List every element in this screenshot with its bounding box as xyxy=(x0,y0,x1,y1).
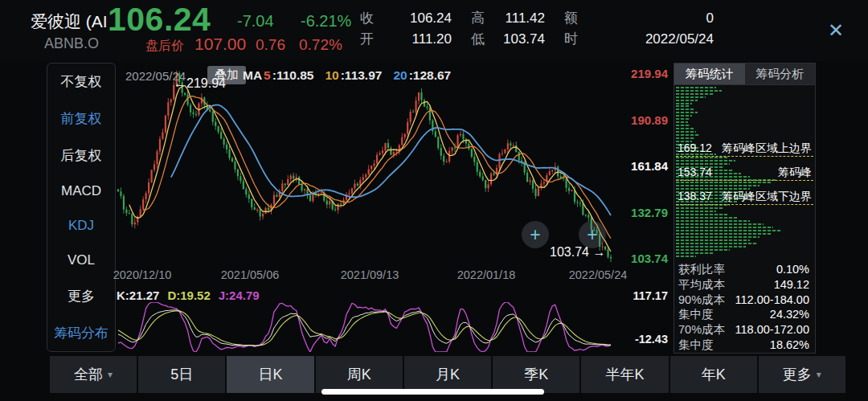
quote-label: 收 xyxy=(360,8,374,29)
chip-stat-row: 集中度24.32% xyxy=(678,307,809,322)
chip-stat-label: 集中度 xyxy=(678,338,714,353)
chip-stat-value: 112.00-184.00 xyxy=(735,293,809,308)
period-button-日K[interactable]: 日K xyxy=(227,356,313,393)
period-button-全部[interactable]: 全部▾ xyxy=(50,356,137,393)
stock-title: 爱彼迎 (AIRBN xyxy=(31,10,108,33)
chip-stat-label: 获利比率 xyxy=(678,262,725,277)
chip-stat-value: 18.62% xyxy=(770,338,809,353)
chip-bar xyxy=(676,128,694,129)
quote-value: 2022/05/24 xyxy=(645,29,714,50)
period-button-周K[interactable]: 周K xyxy=(316,356,403,393)
chip-tab-筹码分析[interactable]: 筹码分析 xyxy=(745,63,816,84)
ma-value-5: :110.85 xyxy=(272,68,314,82)
period-bar: 全部▾5日日K周K月K季K半年K年K更多▾ xyxy=(0,356,868,393)
sidebar-item-不复权[interactable]: 不复权 xyxy=(61,72,102,91)
kdj-legend-item: K:21.27 xyxy=(117,288,159,302)
chip-bar xyxy=(676,160,735,162)
chip-bar xyxy=(676,93,714,95)
period-button-label: 日K xyxy=(259,365,283,384)
close-icon[interactable]: ✕ xyxy=(828,19,844,42)
sidebar-item-后复权[interactable]: 后复权 xyxy=(61,146,102,165)
chip-stat-value: 0.10% xyxy=(776,262,809,277)
sidebar: 不复权前复权后复权MACDKDJVOL更多筹码分布 xyxy=(47,63,116,352)
chip-stat-label: 90%成本 xyxy=(678,293,725,308)
chip-annotation-price: 169.12 xyxy=(678,141,712,156)
last-price: 106.24 xyxy=(108,1,211,39)
quote-value: 0 xyxy=(706,8,714,29)
quote-row: 开111.20 xyxy=(360,29,452,50)
stock-app-screen: 爱彼迎 (AIRBN ABNB.O 106.24 -7.04 -6.21% 盘后… xyxy=(0,0,868,401)
sidebar-item-KDJ[interactable]: KDJ xyxy=(68,218,94,234)
period-button-5日[interactable]: 5日 xyxy=(138,356,225,393)
date-axis-label: 2022/01/18 xyxy=(457,268,516,281)
sidebar-item-MACD[interactable]: MACD xyxy=(61,183,101,199)
chip-annotation: 153.74筹码峰 xyxy=(678,166,812,180)
chip-bar xyxy=(676,182,771,183)
zoom-plus-button-right[interactable]: + xyxy=(579,221,606,248)
chip-bar xyxy=(676,105,690,107)
sidebar-item-更多[interactable]: 更多 xyxy=(68,287,95,305)
chip-bar xyxy=(676,121,688,123)
kdj-chart[interactable] xyxy=(115,302,627,352)
chevron-down-icon: ▾ xyxy=(108,369,113,380)
quote-column: 额0时2022/05/24 xyxy=(564,8,714,50)
quote-value: 111.20 xyxy=(412,29,452,50)
quote-label: 高 xyxy=(471,8,485,29)
chip-peak-line xyxy=(676,156,813,157)
date-axis-label: 2022/05/24 xyxy=(569,268,628,281)
after-hours-change: 0.76 xyxy=(256,36,285,54)
ma-prefix: MA xyxy=(243,68,262,82)
period-button-半年K[interactable]: 半年K xyxy=(581,356,668,393)
chip-stat-value: 24.32% xyxy=(770,307,809,322)
sidebar-item-VOL[interactable]: VOL xyxy=(68,252,95,268)
after-hours-price: 107.00 xyxy=(194,35,246,54)
quote-row: 收106.24 xyxy=(360,8,452,29)
chip-bar xyxy=(676,118,690,120)
chip-stat-value: 149.12 xyxy=(774,277,809,293)
ma-value-20: :128.67 xyxy=(409,68,452,82)
period-button-label: 半年K xyxy=(605,365,644,384)
high-annotation: ←219.94 xyxy=(174,76,226,91)
period-button-年K[interactable]: 年K xyxy=(670,356,757,393)
price-change: -7.04 xyxy=(237,12,274,31)
quote-row: 高111.42 xyxy=(471,8,545,29)
home-indicator[interactable] xyxy=(321,389,544,395)
chip-stat-label: 70%成本 xyxy=(678,322,725,338)
sidebar-item-筹码分布[interactable]: 筹码分布 xyxy=(54,324,108,342)
chip-bar xyxy=(676,211,716,212)
date-axis-label: 2020/12/10 xyxy=(113,268,172,281)
ma-period-20: 20 xyxy=(393,68,407,82)
chip-bar xyxy=(676,137,695,139)
chip-peak-line xyxy=(676,180,813,181)
period-button-label: 5日 xyxy=(170,365,193,384)
chip-stat-label: 集中度 xyxy=(678,307,714,322)
period-button-月K[interactable]: 月K xyxy=(404,356,491,393)
chip-tab-筹码统计[interactable]: 筹码统计 xyxy=(674,63,745,84)
chip-annotation-label: 筹码峰区域上边界 xyxy=(722,141,812,156)
chip-bar xyxy=(676,185,760,186)
chip-bar xyxy=(676,207,723,209)
chip-bar xyxy=(676,233,771,235)
period-button-季K[interactable]: 季K xyxy=(493,356,579,393)
ma-value-10: :113.97 xyxy=(341,68,383,82)
header: 爱彼迎 (AIRBN ABNB.O 106.24 -7.04 -6.21% 盘后… xyxy=(0,0,868,61)
chip-bar xyxy=(676,90,722,92)
period-button-更多[interactable]: 更多▾ xyxy=(759,356,845,393)
quote-label: 开 xyxy=(360,29,374,50)
period-button-label: 周K xyxy=(347,365,371,384)
zoom-plus-button[interactable]: + xyxy=(522,221,549,248)
period-button-label: 年K xyxy=(702,365,726,384)
chip-bar xyxy=(676,217,737,219)
chip-bar xyxy=(676,157,727,158)
ma-legend: MA5:110.8510:113.9720:128.67 xyxy=(243,68,452,83)
quote-row: 低103.74 xyxy=(471,29,545,50)
chip-tabs: 筹码统计筹码分析 xyxy=(674,63,815,85)
chip-bar xyxy=(676,246,746,248)
chip-bar xyxy=(676,239,750,241)
ma-period-10: 10 xyxy=(325,68,338,82)
price-change-percent: -6.21% xyxy=(301,12,351,31)
chip-bar xyxy=(676,252,714,254)
main-candlestick-chart[interactable] xyxy=(115,63,627,265)
sidebar-item-前复权[interactable]: 前复权 xyxy=(61,109,102,128)
quote-value: 106.24 xyxy=(410,8,452,29)
